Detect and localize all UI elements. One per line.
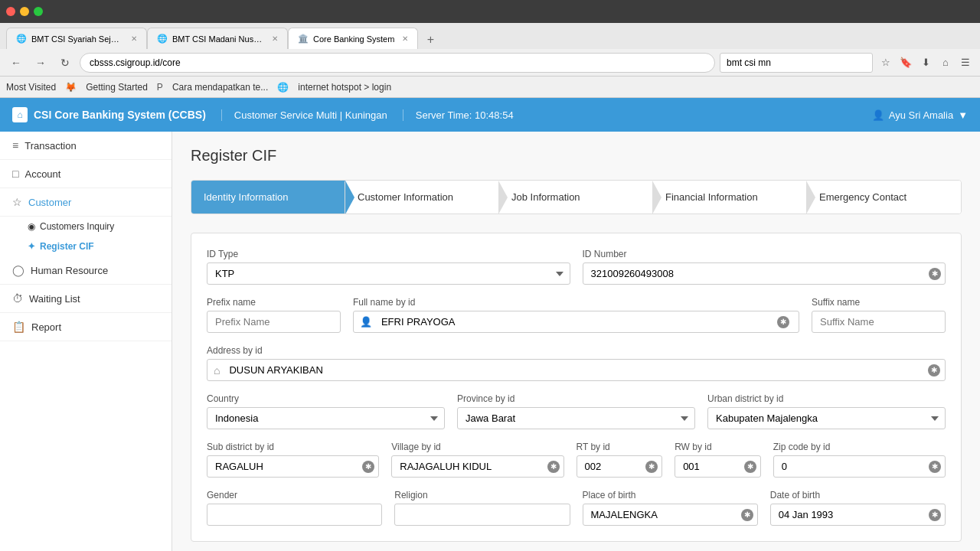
back-button[interactable]: ←: [6, 53, 26, 73]
wizard-step-customer-label: Customer Information: [358, 191, 453, 203]
tab-bmt-csi-syariah[interactable]: 🌐 BMT CSI Syariah Sejahtera | Me... ✕: [6, 28, 147, 49]
sidebar-item-label-transaction: Transaction: [24, 140, 76, 152]
urban-label: Urban district by id: [707, 393, 946, 404]
form-group-village: Village by id ✱: [391, 442, 564, 478]
sidebar-item-human-resource[interactable]: ◯ Human Resource: [0, 256, 172, 285]
forward-button[interactable]: →: [31, 53, 51, 73]
wizard-step-financial[interactable]: Financial Information: [653, 181, 807, 214]
bookmark-most-visited[interactable]: Most Visited: [6, 82, 56, 93]
country-label: Country: [207, 393, 445, 404]
form-group-gender: Gender: [207, 490, 382, 526]
wizard-step-identity-label: Identity Information: [204, 191, 289, 203]
urban-select[interactable]: Kabupaten Majalengka: [707, 407, 946, 429]
browser-chrome: [0, 0, 980, 23]
wizard-step-emergency-label: Emergency Contact: [819, 191, 906, 203]
wizard-step-job[interactable]: Job Information: [499, 181, 653, 214]
country-select[interactable]: Indonesia: [207, 407, 445, 429]
home-icon[interactable]: ⌂: [937, 54, 954, 71]
user-info[interactable]: 👤 Ayu Sri Amalia ▼: [872, 109, 968, 121]
date-of-birth-input[interactable]: [770, 504, 946, 526]
branch-info: Customer Service Multi | Kuningan: [221, 109, 387, 121]
subdistrict-wrap: ✱: [207, 455, 379, 478]
village-wrap: ✱: [391, 455, 564, 478]
suffix-input[interactable]: [812, 311, 946, 333]
sidebar-item-waiting-list[interactable]: ⏱ Waiting List: [0, 285, 172, 313]
gender-input[interactable]: [207, 504, 382, 526]
zip-clear[interactable]: ✱: [929, 461, 941, 473]
rt-clear[interactable]: ✱: [645, 461, 658, 473]
wizard-step-emergency[interactable]: Emergency Contact: [807, 181, 961, 214]
id-type-select[interactable]: KTP: [207, 262, 570, 285]
date-of-birth-label: Date of birth: [770, 490, 946, 500]
tab-bmt-csi-madani[interactable]: 🌐 BMT CSI Madani Nusantar... ✕: [147, 28, 288, 49]
religion-label: Religion: [394, 490, 570, 500]
form-row-region2: Sub district by id ✱ Village by id ✱ RT …: [207, 442, 946, 478]
form-group-country: Country Indonesia: [207, 393, 445, 429]
form-group-zip: Zip code by id ✱: [773, 442, 946, 478]
address-input[interactable]: [226, 360, 928, 380]
menu-icon[interactable]: ☰: [957, 54, 974, 71]
browser-tabs: 🌐 BMT CSI Syariah Sejahtera | Me... ✕ 🌐 …: [0, 23, 980, 49]
tab-close-1[interactable]: ✕: [272, 34, 278, 43]
window-minimize[interactable]: [20, 7, 29, 16]
star-icon[interactable]: ☆: [877, 54, 894, 71]
sidebar-item-transaction[interactable]: ≡ Transaction: [0, 132, 172, 160]
form-group-rt: RT by id ✱: [577, 442, 663, 478]
wizard-step-customer[interactable]: Customer Information: [345, 181, 499, 214]
user-icon: 👤: [872, 109, 884, 121]
village-label: Village by id: [391, 442, 564, 452]
register-icon: ✦: [28, 241, 35, 252]
gender-label: Gender: [207, 490, 382, 500]
sidebar-item-report[interactable]: 📋 Report: [0, 313, 172, 341]
date-of-birth-clear[interactable]: ✱: [929, 509, 941, 521]
rw-clear[interactable]: ✱: [744, 461, 756, 473]
province-select[interactable]: Jawa Barat: [457, 407, 695, 429]
app-logo: ⌂ CSI Core Banking System (CCBS): [12, 107, 206, 122]
new-tab-button[interactable]: +: [421, 31, 439, 49]
full-name-clear-btn[interactable]: ✱: [777, 316, 789, 328]
tab-close-2[interactable]: ✕: [402, 34, 408, 43]
sidebar-sub-customers-inquiry[interactable]: ◉ Customers Inquiry: [0, 217, 172, 236]
app-name: CSI Core Banking System (CCBS): [34, 109, 206, 121]
address-clear-btn[interactable]: ✱: [928, 364, 940, 377]
form-group-fullname: Full name by id 👤 ✱: [353, 297, 799, 333]
bookmark-cara-mendapatkan[interactable]: Cara mendapatkan te...: [172, 82, 268, 93]
search-bar[interactable]: [720, 53, 873, 73]
place-of-birth-clear[interactable]: ✱: [741, 509, 753, 521]
tab-core-banking[interactable]: 🏛️ Core Banking System ✕: [288, 28, 418, 49]
reload-button[interactable]: ↻: [55, 53, 75, 73]
religion-input[interactable]: [394, 504, 570, 526]
window-close[interactable]: [6, 7, 15, 16]
place-of-birth-label: Place of birth: [583, 490, 758, 500]
bookmark-internet-hotspot[interactable]: internet hotspot > login: [298, 82, 391, 93]
customer-icon: ☆: [12, 196, 22, 208]
sidebar-item-label-report: Report: [31, 321, 61, 333]
bookmark-icon[interactable]: 🔖: [897, 54, 914, 71]
place-of-birth-input[interactable]: [583, 504, 758, 526]
zip-input[interactable]: [773, 455, 946, 478]
subdistrict-input[interactable]: [207, 455, 379, 478]
prefix-input[interactable]: [207, 311, 341, 333]
sidebar-item-label-hr: Human Resource: [31, 265, 108, 276]
download-icon[interactable]: ⬇: [917, 54, 934, 71]
address-icon: ⌂: [207, 364, 226, 377]
rw-label: RW by id: [675, 442, 761, 452]
bookmark-getting-started[interactable]: Getting Started: [86, 82, 148, 93]
sidebar-item-customer[interactable]: ☆ Customer: [0, 188, 172, 217]
id-number-input[interactable]: [583, 262, 946, 285]
tab-close-0[interactable]: ✕: [131, 34, 137, 43]
sidebar-sub-register-cif[interactable]: ✦ Register CIF: [0, 236, 172, 256]
village-clear[interactable]: ✱: [547, 461, 560, 473]
url-bar[interactable]: [80, 53, 715, 73]
form-group-subdistrict: Sub district by id ✱: [207, 442, 379, 478]
id-number-clear-btn[interactable]: ✱: [929, 268, 941, 280]
village-input[interactable]: [391, 455, 564, 478]
subdistrict-clear[interactable]: ✱: [362, 461, 374, 473]
window-maximize[interactable]: [34, 7, 43, 16]
waiting-icon: ⏱: [12, 292, 23, 305]
sidebar-item-account[interactable]: □ Account: [0, 160, 172, 188]
province-label: Province by id: [457, 393, 695, 404]
form-group-province: Province by id Jawa Barat: [457, 393, 695, 429]
full-name-input[interactable]: [378, 311, 782, 332]
wizard-step-identity[interactable]: Identity Information: [191, 181, 345, 214]
